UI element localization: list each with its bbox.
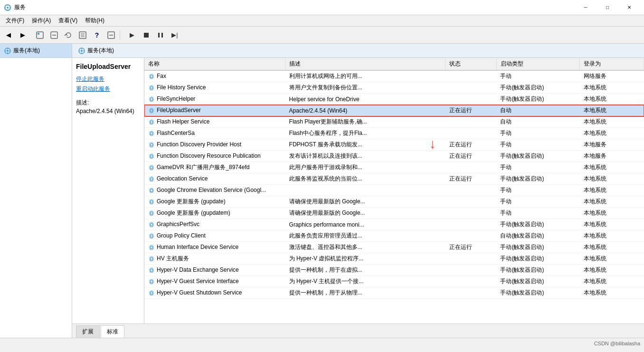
- service-status-cell: [445, 185, 497, 196]
- service-starttype-cell: 手动(触发器启动): [496, 265, 579, 276]
- service-logon-cell: 本地系统: [580, 208, 644, 219]
- close-button[interactable]: ✕: [618, 0, 640, 15]
- table-row[interactable]: FlashCenterSaFlash中心服务程序，提升Fla...手动本地系统: [144, 128, 644, 139]
- col-status[interactable]: 状态: [445, 58, 497, 70]
- service-name-text: Geolocation Service: [157, 175, 208, 182]
- service-desc-cell: 为 Hyper-V 虚拟机监控程序...: [285, 253, 445, 265]
- step-button[interactable]: ▶|: [168, 29, 181, 42]
- service-desc-cell: [285, 185, 445, 196]
- stop-button[interactable]: [140, 29, 153, 42]
- service-status-cell: [445, 287, 497, 299]
- service-name-cell: HV 主机服务: [144, 253, 285, 265]
- up-button[interactable]: [33, 29, 47, 42]
- table-row[interactable]: HV 主机服务为 Hyper-V 虚拟机监控程序...手动(触发器启动)本地系统: [144, 253, 644, 265]
- service-name-text: HV 主机服务: [157, 255, 189, 262]
- gear-icon: [148, 244, 155, 251]
- table-row[interactable]: Function Discovery Resource Publication发…: [144, 151, 644, 162]
- service-name-text: Hyper-V Data Exchange Service: [157, 266, 239, 273]
- table-row[interactable]: Hyper-V Data Exchange Service提供一种机制，用于在虚…: [144, 265, 644, 276]
- svg-point-38: [151, 155, 153, 157]
- table-row[interactable]: Flash Helper ServiceFlash Player更新辅助服务,确…: [144, 116, 644, 128]
- col-desc[interactable]: 描述: [285, 58, 445, 70]
- pause-button[interactable]: [154, 29, 167, 42]
- tab-standard[interactable]: 标准: [101, 325, 124, 338]
- table-row[interactable]: Google 更新服务 (gupdate)请确保使用最新版的 Google...…: [144, 196, 644, 208]
- service-name-cell: Group Policy Client: [144, 230, 285, 242]
- service-status-cell: 正在运行: [445, 242, 497, 253]
- svg-point-47: [151, 257, 153, 260]
- table-row[interactable]: File History Service将用户文件复制到备份位置...手动(触发…: [144, 82, 644, 94]
- service-status-cell: [445, 253, 497, 265]
- menu-file[interactable]: 文件(F): [2, 16, 28, 26]
- service-starttype-cell: 手动(触发器启动): [496, 287, 579, 299]
- svg-point-46: [151, 246, 153, 248]
- service-name-text: FileSyncHelper: [157, 95, 195, 102]
- table-row[interactable]: FileUploadServerApache/2.4.54 (Win64)正在运…: [144, 105, 644, 116]
- table-row[interactable]: Function Discovery Provider HostFDPHOST …: [144, 139, 644, 151]
- table-row[interactable]: Hyper-V Guest Shutdown Service提供一种机制，用于从…: [144, 287, 644, 299]
- service-desc-cell: 将用户文件复制到备份位置...: [285, 82, 445, 94]
- table-row[interactable]: Geolocation Service此服务将监视系统的当前位...正在运行手动…: [144, 173, 644, 185]
- tab-expand[interactable]: 扩展: [76, 325, 100, 338]
- gear-icon: [148, 153, 155, 160]
- table-row[interactable]: Group Policy Client此服务负责应用管理员通过...自动(触发器…: [144, 230, 644, 242]
- service-desc-cell: 利用计算机或网络上的可用...: [285, 70, 445, 82]
- svg-point-48: [151, 269, 153, 271]
- service-logon-cell: 本地系统: [580, 94, 644, 105]
- sidebar-item-local[interactable]: 服务(本地): [0, 44, 72, 58]
- service-logon-cell: 本地系统: [580, 128, 644, 139]
- play-button[interactable]: ▶: [125, 29, 139, 42]
- service-starttype-cell: 手动(触发器启动): [496, 276, 579, 287]
- service-name-cell: Google Chrome Elevation Service (Googl..…: [144, 185, 285, 196]
- service-name-cell: Google 更新服务 (gupdatem): [144, 208, 285, 219]
- service-desc-cell: Flash Player更新辅助服务,确...: [285, 116, 445, 128]
- svg-point-26: [81, 50, 83, 52]
- service-name-text: FileUploadServer: [157, 107, 201, 114]
- menu-action[interactable]: 操作(A): [28, 16, 55, 26]
- services-table: 名称 描述 状态 启动类型 登录为 Fax利用计算机或网络上的可用...手动网络…: [144, 58, 644, 299]
- back-button[interactable]: ◀: [2, 29, 15, 42]
- restart-service-link[interactable]: 重启动此服务: [76, 85, 140, 93]
- table-row[interactable]: Google 更新服务 (gupdatem)请确保使用最新版的 Google..…: [144, 208, 644, 219]
- svg-point-34: [151, 109, 153, 112]
- forward-button[interactable]: ▶: [16, 29, 29, 42]
- table-row[interactable]: Hyper-V Guest Service Interface为 Hyper-V…: [144, 276, 644, 287]
- table-row[interactable]: Fax利用计算机或网络上的可用...手动网络服务: [144, 70, 644, 82]
- refresh-button[interactable]: [62, 29, 75, 42]
- properties-button[interactable]: [104, 29, 118, 42]
- table-row[interactable]: FileSyncHelperHelper service for OneDriv…: [144, 94, 644, 105]
- col-logon[interactable]: 登录为: [580, 58, 644, 70]
- sidebar: 服务(本地): [0, 44, 72, 338]
- stop-service-link[interactable]: 停止此服务: [76, 75, 140, 83]
- menu-help[interactable]: 帮助(H): [81, 16, 108, 26]
- service-name-cell: FileSyncHelper: [144, 94, 285, 105]
- service-name-cell: Fax: [144, 70, 285, 82]
- gear-icon: [148, 233, 155, 239]
- service-desc-cell: Flash中心服务程序，提升Fla...: [285, 128, 445, 139]
- minimize-button[interactable]: ─: [575, 0, 597, 15]
- table-row[interactable]: Human Interface Device Service激活键盘、遥控器和其…: [144, 242, 644, 253]
- table-row[interactable]: Google Chrome Elevation Service (Googl..…: [144, 185, 644, 196]
- toolbar-btn2[interactable]: [47, 29, 61, 42]
- table-container[interactable]: 名称 描述 状态 启动类型 登录为 Fax利用计算机或网络上的可用...手动网络…: [144, 58, 644, 323]
- menu-bar: 文件(F) 操作(A) 查看(V) 帮助(H): [0, 15, 644, 27]
- title-bar-controls: ─ □ ✕: [575, 0, 640, 15]
- menu-view[interactable]: 查看(V): [55, 16, 81, 26]
- export-button[interactable]: [76, 29, 89, 42]
- help-button[interactable]: ?: [90, 29, 104, 42]
- gear-icon: [148, 278, 155, 285]
- maximize-button[interactable]: □: [597, 0, 618, 15]
- svg-rect-7: [38, 33, 39, 35]
- service-name-text: GameDVR 和广播用户服务_8974efd: [157, 164, 249, 171]
- col-name[interactable]: 名称: [144, 58, 285, 70]
- service-name-text: Fax: [157, 73, 166, 79]
- status-credit: CSDN @bilibalasha: [594, 341, 640, 346]
- service-name-cell: Human Interface Device Service: [144, 242, 285, 253]
- service-name-text: Group Policy Client: [157, 232, 206, 239]
- svg-point-20: [7, 50, 9, 52]
- service-starttype-cell: 手动: [496, 208, 579, 219]
- table-row[interactable]: GameDVR 和广播用户服务_8974efd此用户服务用于游戏录制和...手动…: [144, 162, 644, 173]
- service-logon-cell: 网络服务: [580, 70, 644, 82]
- table-row[interactable]: GraphicsPerfSvcGraphics performance moni…: [144, 219, 644, 230]
- col-starttype[interactable]: 启动类型: [496, 58, 579, 70]
